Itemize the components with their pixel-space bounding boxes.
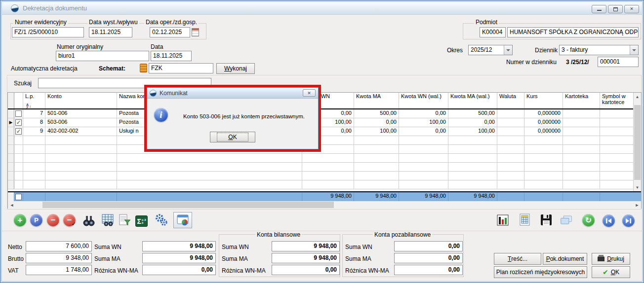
- col-header-konto[interactable]: Konto: [45, 93, 117, 108]
- gears-icon: [155, 213, 168, 227]
- dziennik-select[interactable]: 3 - faktury: [559, 45, 639, 55]
- sort-az-icon: AZ↓: [26, 104, 32, 108]
- table-row-current[interactable]: ▶ ✓ 8 503-006 Pozosta 100,00 0,00 100,00…: [8, 118, 641, 127]
- plan-rozliczen-button[interactable]: Plan rozliczeń międzyokresowych: [494, 266, 587, 278]
- tresc-button[interactable]: Treść...: [494, 253, 541, 265]
- poz-suma-wn-field: 0,00: [394, 241, 463, 251]
- minimize-button[interactable]: [592, 5, 606, 13]
- numer-oryginalny-field[interactable]: biuro1: [56, 51, 149, 61]
- okres-select[interactable]: 2025/12: [468, 45, 513, 55]
- col-header-kurs[interactable]: Kurs: [524, 93, 563, 108]
- schemat-field[interactable]: FZK: [149, 63, 213, 73]
- podmiot-code-field[interactable]: K00004: [480, 27, 506, 37]
- dziennik-dropdown-button[interactable]: [630, 45, 638, 55]
- col-header-kartoteka[interactable]: Kartoteka: [563, 93, 600, 108]
- vertical-scroll-thumb[interactable]: [634, 105, 641, 180]
- okres-dropdown-button[interactable]: [504, 45, 512, 55]
- bil-roznica-label: Różnica WN-MA: [222, 267, 266, 274]
- data-oper-field[interactable]: 02.12.2025: [150, 27, 190, 37]
- refresh-button[interactable]: ↻: [582, 213, 595, 227]
- delete-checked-button[interactable]: −✓: [63, 213, 76, 227]
- podmiot-name-field[interactable]: HUMANSOFT SPÓŁKA Z OGRANICZONĄ ODPOW: [507, 27, 639, 37]
- pok-dokument-button[interactable]: Pok.dokument: [543, 253, 587, 265]
- scroll-right-button[interactable]: ►: [633, 201, 641, 209]
- copy-button[interactable]: [560, 213, 573, 227]
- search-table-button[interactable]: [101, 213, 115, 227]
- drukuj-button[interactable]: Drukuj: [592, 253, 630, 265]
- scroll-left-button[interactable]: ◄: [8, 201, 16, 209]
- poz-suma-ma-field: 0,00: [394, 253, 463, 263]
- poz-roznica-field: 0,00: [394, 265, 463, 275]
- row-checkbox-checked[interactable]: ✓: [15, 128, 22, 135]
- dekretacja-window: Dekretacja dokumentu ✕ Numer ewidencyjny…: [0, 0, 644, 283]
- row-selector[interactable]: [8, 109, 14, 118]
- window-title: Dekretacja dokumentu: [23, 4, 87, 12]
- maximize-button[interactable]: [608, 5, 623, 13]
- filter-button[interactable]: [118, 213, 131, 227]
- col-header-lp[interactable]: L.p. AZ↓: [23, 93, 45, 108]
- suma-ma-label: Suma MA: [94, 255, 121, 262]
- notebook-icon[interactable]: [140, 64, 147, 72]
- dialog-title: Komunikat: [160, 90, 188, 97]
- table-row[interactable]: 7 501-006 Pozosta 0,00 500,00 0,00 500,0…: [8, 109, 641, 118]
- szukaj-label: Szukaj: [14, 80, 32, 87]
- app-globe-icon: [11, 4, 19, 12]
- row-checkbox-checked[interactable]: ✓: [15, 119, 22, 126]
- sum-button[interactable]: Σx·33: [135, 214, 148, 228]
- col-header-kwota-wn-wal[interactable]: Kwota WN (wal.): [399, 93, 448, 108]
- last-record-button[interactable]: [622, 214, 635, 227]
- row-selector[interactable]: [8, 127, 14, 136]
- poz-suma-ma-label: Suma MA: [345, 255, 371, 262]
- numer-w-dzienniku-field[interactable]: 000001: [598, 57, 639, 67]
- komunikat-dialog: Komunikat ✕ i Konto 503-006 jest już kon…: [147, 87, 319, 149]
- current-row-arrow-icon: ▶: [9, 120, 13, 125]
- first-record-button[interactable]: [602, 214, 615, 227]
- binoculars-icon: [82, 215, 95, 227]
- total-kwota-ma: 9 948,00: [354, 192, 399, 201]
- wykonaj-button[interactable]: Wykonaj: [216, 63, 255, 74]
- dziennik-value: 3 - faktury: [562, 46, 588, 53]
- checkbox-column-header: [14, 93, 23, 108]
- empty-row: [8, 154, 641, 163]
- vertical-scrollbar[interactable]: ▲ ▼: [633, 93, 641, 191]
- table-row[interactable]: ✓ 9 402-002-002 Usługi n 0,00 100,00 0,0…: [8, 127, 641, 136]
- scroll-down-button[interactable]: ▼: [634, 183, 641, 191]
- delete-button[interactable]: −: [46, 213, 60, 227]
- edit-search-button[interactable]: P: [30, 213, 43, 227]
- ok-button[interactable]: ✔ OK: [592, 266, 630, 278]
- col-header-kwota-ma[interactable]: Kwota MA: [354, 93, 399, 108]
- col-header-symbol[interactable]: Symbol w kartotece: [600, 93, 633, 108]
- okres-label: Okres: [447, 47, 463, 54]
- numer-ewidencyjny-field[interactable]: FZ/1 /25/000010: [12, 27, 84, 37]
- save-button[interactable]: [539, 213, 553, 226]
- okres-value: 2025/12: [471, 46, 492, 53]
- brutto-field: 9 348,00: [26, 253, 92, 263]
- dialog-close-button[interactable]: ✕: [303, 89, 316, 97]
- horizontal-scrollbar[interactable]: ◄ ►: [8, 201, 641, 209]
- dialog-titlebar[interactable]: Komunikat ✕: [147, 88, 318, 99]
- add-button[interactable]: +: [13, 213, 27, 227]
- decree-button-selected[interactable]: [173, 212, 192, 228]
- close-button[interactable]: ✕: [624, 5, 639, 13]
- dialog-ok-button[interactable]: OK: [210, 132, 255, 142]
- scroll-up-button[interactable]: ▲: [634, 93, 641, 101]
- col-header-kwota-ma-wal[interactable]: Kwota MA (wal.): [448, 93, 497, 108]
- chart-button[interactable]: [496, 213, 509, 227]
- data-field[interactable]: 18.11.2025: [151, 51, 192, 61]
- folders-icon: [560, 214, 573, 226]
- data-wyst-field[interactable]: 18.11.2025: [89, 27, 132, 37]
- horizontal-scroll-thumb[interactable]: [42, 202, 334, 208]
- bil-suma-ma-label: Suma MA: [222, 255, 248, 262]
- settings-button[interactable]: [155, 213, 168, 227]
- search-button[interactable]: [82, 214, 95, 227]
- check-icon: ✔: [603, 268, 608, 276]
- titlebar[interactable]: Dekretacja dokumentu: [2, 2, 642, 15]
- sheet-button[interactable]: [518, 213, 531, 226]
- dziennik-label: Dziennik: [535, 47, 558, 54]
- totals-checkbox[interactable]: [15, 194, 22, 200]
- roznica-label: Różnica WN-MA: [94, 267, 138, 274]
- printer-icon: [598, 256, 604, 261]
- col-header-waluta[interactable]: Waluta: [497, 93, 524, 108]
- calendar-icon[interactable]: [192, 28, 199, 36]
- row-checkbox-unchecked[interactable]: [15, 110, 22, 117]
